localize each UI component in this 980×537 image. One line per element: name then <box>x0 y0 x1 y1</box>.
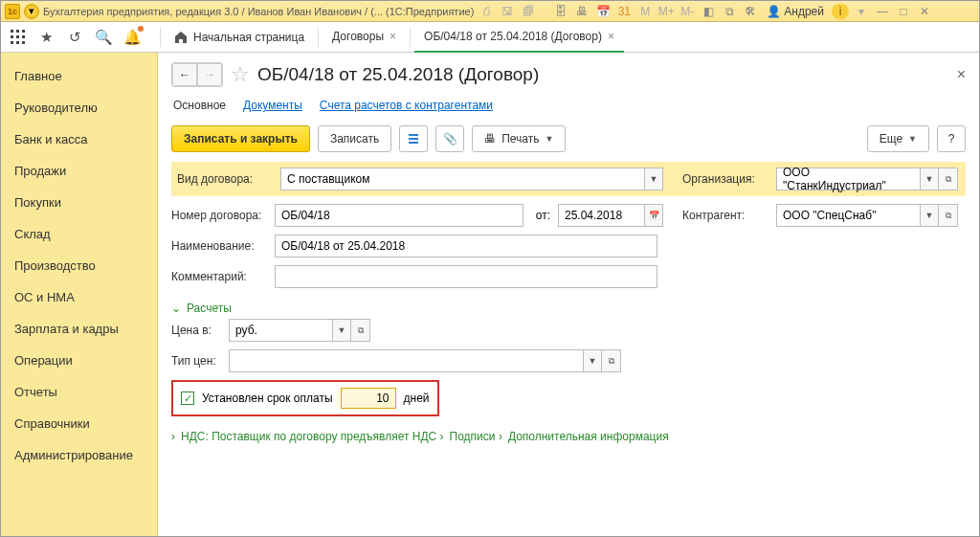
tab-home[interactable]: Начальная страница <box>165 31 314 44</box>
calc-icon[interactable]: 🗄 <box>552 4 569 19</box>
print-icon[interactable]: ⎙ <box>478 4 495 19</box>
close-page-icon[interactable]: × <box>957 66 966 83</box>
save-button[interactable]: Записать <box>318 125 391 152</box>
sidebar-item-directories[interactable]: Справочники <box>1 408 157 439</box>
favorite-star-icon[interactable]: ☆ <box>231 62 250 87</box>
more-button[interactable]: Еще ▼ <box>867 125 929 152</box>
tabs: Начальная страница Договоры × ОБ/04/18 о… <box>156 22 624 53</box>
calendar-icon[interactable]: 📅 <box>594 4 612 19</box>
save-close-button[interactable]: Записать и закрыть <box>171 125 310 152</box>
section-extra[interactable]: › Дополнительная информация <box>499 430 669 443</box>
window-maximize-icon[interactable]: □ <box>895 4 912 19</box>
chevron-down-icon[interactable]: ▾ <box>853 4 870 19</box>
deadline-checkbox[interactable]: ✓ <box>181 392 194 405</box>
org-select[interactable]: ООО "СтанкИндустриал" ▼ ⧉ <box>776 168 958 190</box>
sidebar-item-sales[interactable]: Продажи <box>1 155 157 187</box>
sidebar-item-main[interactable]: Главное <box>1 60 157 92</box>
deadline-days-input[interactable] <box>341 388 396 409</box>
user-chip[interactable]: 👤Андрей <box>763 5 828 18</box>
tab-contracts[interactable]: Договоры × <box>323 22 406 53</box>
tab-current-contract[interactable]: ОБ/04/18 от 25.04.2018 (Договор) × <box>414 22 624 53</box>
nav-back-button[interactable]: ← <box>172 63 197 86</box>
window-minimize-icon[interactable]: — <box>874 4 891 19</box>
tool-icon[interactable]: 🛠 <box>742 4 759 19</box>
cal31-icon[interactable]: 31 <box>615 4 633 19</box>
contract-type-select[interactable]: С поставщиком ▼ <box>280 168 663 190</box>
page-title: ОБ/04/18 от 25.04.2018 (Договор) <box>257 64 539 85</box>
list-button[interactable] <box>399 125 428 152</box>
nav-forward-button[interactable]: → <box>197 63 222 86</box>
user-name: Андрей <box>784 5 824 18</box>
sidebar-item-payroll[interactable]: Зарплата и кадры <box>1 313 157 345</box>
apps-grid-icon[interactable] <box>7 27 28 48</box>
partner-select[interactable]: ООО "СпецСнаб" ▼ ⧉ <box>776 204 958 227</box>
search-icon[interactable]: 🔍 <box>93 27 114 48</box>
calendar-icon[interactable]: 📅 <box>644 204 663 227</box>
attach-button[interactable]: 📎 <box>435 125 464 152</box>
close-icon[interactable]: × <box>390 30 396 43</box>
save-icon[interactable]: 🖫 <box>499 4 516 19</box>
print-button[interactable]: 🖶 Печать ▼ <box>472 125 566 152</box>
open-external-icon[interactable]: ⧉ <box>939 204 958 227</box>
sidebar-item-admin[interactable]: Администрирование <box>1 439 157 471</box>
sidebar-item-stock[interactable]: Склад <box>1 218 157 250</box>
row-comment: Комментарий: <box>171 265 966 288</box>
svg-rect-2 <box>22 30 25 33</box>
preview-icon[interactable]: 🗐 <box>520 4 537 19</box>
window-close-icon[interactable]: ✕ <box>916 4 933 19</box>
svg-rect-10 <box>409 138 418 140</box>
section-label: Расчеты <box>187 302 232 315</box>
chevron-down-icon[interactable]: ▼ <box>920 168 939 190</box>
subtab-accounts[interactable]: Счета расчетов с контрагентами <box>320 95 493 116</box>
more-label: Еще <box>880 132 902 145</box>
content: ← → ☆ ОБ/04/18 от 25.04.2018 (Договор) ×… <box>158 53 979 537</box>
m-minus-icon[interactable]: M- <box>679 4 696 19</box>
windows-icon[interactable]: ⧉ <box>721 4 738 19</box>
close-icon[interactable]: × <box>608 30 614 43</box>
name-input[interactable]: ОБ/04/18 от 25.04.2018 <box>275 235 657 257</box>
svg-rect-4 <box>16 35 19 38</box>
star-icon[interactable]: ★ <box>35 27 56 48</box>
history-icon[interactable]: ↺ <box>64 27 85 48</box>
chevron-down-icon[interactable]: ▼ <box>332 319 351 342</box>
sidebar-item-operations[interactable]: Операции <box>1 345 157 376</box>
chevron-down-icon[interactable]: ▼ <box>644 168 663 190</box>
chevron-down-icon[interactable]: ▼ <box>920 204 939 227</box>
sidebar: Главное Руководителю Банк и касса Продаж… <box>1 53 158 537</box>
chevron-right-icon: › <box>171 430 175 443</box>
label-date: от: <box>531 209 550 222</box>
panels-icon[interactable]: ◧ <box>700 4 717 19</box>
m-icon[interactable]: M <box>636 4 654 19</box>
price-type-select[interactable]: ▼ ⧉ <box>229 349 621 372</box>
open-external-icon[interactable]: ⧉ <box>351 319 370 342</box>
bell-icon[interactable]: 🔔 <box>122 27 143 48</box>
comment-input[interactable] <box>275 265 657 288</box>
dropdown-chevron-icon[interactable]: ▾ <box>24 4 39 19</box>
print-label: Печать <box>501 132 539 145</box>
subtab-main[interactable]: Основное <box>173 95 226 116</box>
tab-label: Договоры <box>332 30 384 43</box>
help-button[interactable]: ? <box>937 125 966 152</box>
section-calculations[interactable]: ⌄ Расчеты <box>171 302 232 315</box>
open-external-icon[interactable]: ⧉ <box>602 349 621 372</box>
sidebar-item-manager[interactable]: Руководителю <box>1 92 157 123</box>
main-toolbar: ★ ↺ 🔍 🔔 Начальная страница Договоры × ОБ… <box>1 22 979 53</box>
sidebar-item-purchases[interactable]: Покупки <box>1 187 157 218</box>
sidebar-item-production[interactable]: Производство <box>1 250 157 281</box>
chevron-down-icon[interactable]: ▼ <box>583 349 602 372</box>
printer2-icon[interactable]: 🖶 <box>573 4 590 19</box>
m-plus-icon[interactable]: M+ <box>657 4 675 19</box>
label-comment: Комментарий: <box>171 270 267 283</box>
currency-select[interactable]: руб. ▼ ⧉ <box>229 319 370 342</box>
number-input[interactable]: ОБ/04/18 <box>275 204 523 227</box>
chevron-right-icon: › <box>499 430 502 443</box>
section-signatures[interactable]: › Подписи <box>440 430 496 443</box>
info-icon[interactable]: i <box>832 4 849 19</box>
subtab-docs[interactable]: Документы <box>243 95 302 116</box>
sidebar-item-assets[interactable]: ОС и НМА <box>1 281 157 313</box>
sidebar-item-bank[interactable]: Банк и касса <box>1 123 157 155</box>
sidebar-item-reports[interactable]: Отчеты <box>1 376 157 408</box>
open-external-icon[interactable]: ⧉ <box>939 168 958 190</box>
date-input[interactable]: 25.04.2018 📅 <box>558 204 663 227</box>
section-nds[interactable]: › НДС: Поставщик по договору предъявляет… <box>171 430 436 443</box>
